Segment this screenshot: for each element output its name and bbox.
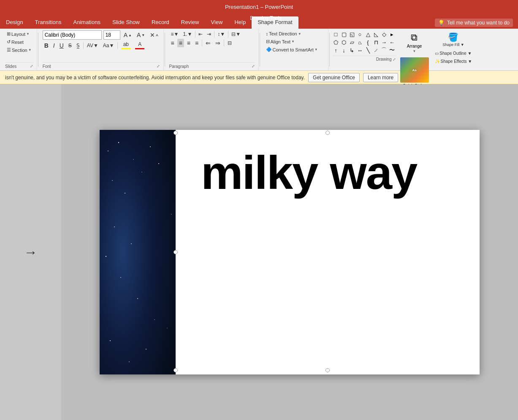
- layout-button[interactable]: ⊞ Layout ▼: [5, 30, 31, 38]
- tab-slideshow[interactable]: Slide Show: [106, 16, 146, 29]
- shape-freeform[interactable]: 〜: [388, 46, 396, 54]
- tab-design[interactable]: Design: [0, 16, 29, 29]
- shape-pentagon[interactable]: ⬠: [332, 38, 340, 46]
- shape-rect[interactable]: □: [332, 30, 340, 38]
- handle-bottom-left[interactable]: [174, 368, 178, 372]
- columns-button[interactable]: ⊟▼: [230, 30, 242, 38]
- title-bar: Presentation1 – PowerPoint: [0, 0, 518, 13]
- shape-arrow-down[interactable]: ↓: [340, 46, 348, 54]
- align-text-arrow: ▼: [291, 40, 295, 43]
- ltr-button[interactable]: ⇒: [214, 39, 222, 47]
- text-direction-arrow: ▼: [298, 32, 301, 36]
- strikethrough-button[interactable]: S: [67, 42, 73, 49]
- tab-animations[interactable]: Animations: [68, 16, 106, 29]
- shape-rounded-rect[interactable]: ▢: [340, 30, 348, 38]
- tab-transitions[interactable]: Transitions: [29, 16, 67, 29]
- font-color-button[interactable]: A: [133, 40, 146, 50]
- section-button[interactable]: ☰ Section ▼: [5, 46, 33, 54]
- shape-cylinder[interactable]: ⊓: [372, 38, 380, 46]
- highlight-button[interactable]: ab: [119, 40, 132, 50]
- character-spacing-button[interactable]: AV▼: [85, 42, 100, 49]
- increase-indent-button[interactable]: ⇥: [205, 30, 213, 38]
- learn-more-button[interactable]: Learn more: [363, 73, 398, 82]
- increase-font-button[interactable]: A▲: [122, 31, 133, 39]
- smartart-arrow: ▼: [315, 48, 318, 51]
- slide-wrapper[interactable]: milky way: [61, 84, 518, 420]
- shape-rtriangle[interactable]: ◺: [372, 30, 380, 38]
- paragraph-section: ≡▼ 1.▼ ⇤ ⇥ ↕▼ ⊟▼ ≡ ≡ ≡ ≡ ⇐ ⇒: [166, 29, 259, 70]
- italic-button[interactable]: I: [52, 41, 57, 50]
- tab-view[interactable]: View: [205, 16, 228, 29]
- align-center-button[interactable]: ≡: [177, 39, 184, 47]
- shape-oval[interactable]: ○: [356, 30, 364, 38]
- font-size-input[interactable]: [103, 30, 120, 40]
- shape-trapezoid[interactable]: ⏢: [356, 38, 364, 46]
- shape-outline-button[interactable]: ▭Shape Outline ▼: [433, 50, 474, 57]
- app-title: Presentation1 – PowerPoint: [225, 4, 293, 10]
- underline-button[interactable]: U: [58, 41, 65, 50]
- shape-line[interactable]: ╲: [364, 46, 372, 54]
- shape-effects-button[interactable]: ✨Shape Effects ▼: [433, 58, 474, 65]
- handle-left-center[interactable]: [174, 250, 178, 254]
- tab-record[interactable]: Record: [146, 16, 175, 29]
- clear-format-button[interactable]: ✕A: [148, 31, 160, 39]
- shape-arrow-up[interactable]: ↑: [332, 46, 340, 54]
- decrease-font-button[interactable]: A▼: [135, 31, 146, 39]
- decrease-indent-button[interactable]: ⇤: [197, 30, 204, 38]
- shape-connector[interactable]: ⌒: [380, 46, 388, 54]
- slides-expand-icon[interactable]: ⤢: [30, 64, 33, 69]
- slide[interactable]: milky way: [100, 130, 480, 374]
- justify-button[interactable]: ≡: [193, 39, 200, 47]
- shape-diamond[interactable]: ◇: [380, 30, 388, 38]
- shape-triangle[interactable]: △: [364, 30, 372, 38]
- shape-arrow-right[interactable]: →: [380, 38, 388, 46]
- bold-button[interactable]: B: [43, 41, 50, 50]
- shape-fill-button[interactable]: 🪣 Shape Fill ▼: [433, 30, 474, 48]
- align-text-button[interactable]: ⊟ Align Text ▼: [264, 38, 296, 45]
- quick-styles-preview: Aa: [400, 57, 429, 83]
- bullets-button[interactable]: ≡▼: [169, 30, 181, 38]
- handle-top-left[interactable]: [174, 131, 178, 135]
- arrange-arrow: ▼: [413, 49, 416, 53]
- slide-text-box[interactable]: milky way: [176, 130, 480, 374]
- convert-smartart-button[interactable]: 🔷 Convert to SmartArt ▼: [264, 46, 320, 53]
- outline-icon: ▭: [435, 51, 439, 56]
- case-button[interactable]: Aa▼: [101, 42, 116, 49]
- tab-review[interactable]: Review: [175, 16, 205, 29]
- shape-double-arrow[interactable]: ↔: [356, 46, 364, 54]
- rtl-button[interactable]: ⇐: [204, 39, 212, 47]
- slides-section-label: Slides: [5, 64, 16, 69]
- shape-parallelogram[interactable]: ▱: [348, 38, 356, 46]
- shape-more[interactable]: ▸: [388, 30, 396, 38]
- handle-bottom-center[interactable]: [325, 368, 330, 372]
- text-direction-button[interactable]: ↕ Text Direction ▼: [264, 30, 303, 37]
- drawing-expand[interactable]: ⤢: [393, 57, 396, 62]
- separator-2: [117, 42, 118, 49]
- numbering-button[interactable]: 1.▼: [181, 30, 194, 38]
- handle-top-center[interactable]: [325, 131, 330, 135]
- shape-line2[interactable]: ⟋: [372, 46, 380, 54]
- tell-me-search[interactable]: 💡 Tell me what you want to do: [435, 19, 513, 27]
- arrange-button[interactable]: ⧉ Arrange ▼: [404, 30, 425, 55]
- shape-arrow-left[interactable]: ←: [388, 38, 396, 46]
- shape-hexagon[interactable]: ⬡: [340, 38, 348, 46]
- ribbon-tabs: Drawing Tools Design Transitions Animati…: [0, 13, 518, 29]
- font-color-swatch: [135, 48, 144, 49]
- shape-lbrace[interactable]: {: [364, 38, 372, 46]
- align-right-button[interactable]: ≡: [185, 39, 192, 47]
- font-name-input[interactable]: [43, 30, 102, 40]
- sep-7: [224, 40, 224, 46]
- reset-button[interactable]: ↺ Reset: [5, 38, 25, 46]
- shadow-button[interactable]: S̲: [75, 42, 81, 49]
- align-left-button[interactable]: ≡: [169, 39, 176, 47]
- get-genuine-button[interactable]: Get genuine Office: [308, 73, 360, 82]
- shape-snip[interactable]: ◱: [348, 30, 356, 38]
- font-expand-icon[interactable]: ⤢: [157, 64, 160, 69]
- svg-point-11: [120, 277, 121, 278]
- text-direction-icon: ↕: [266, 31, 268, 36]
- smart-justify-button[interactable]: ⊟: [226, 39, 233, 47]
- lightbulb-icon: 💡: [438, 20, 445, 26]
- shape-bent-arrow[interactable]: ↳: [348, 46, 356, 54]
- line-spacing-button[interactable]: ↕▼: [216, 30, 227, 38]
- paragraph-expand-icon[interactable]: ⤢: [252, 64, 255, 69]
